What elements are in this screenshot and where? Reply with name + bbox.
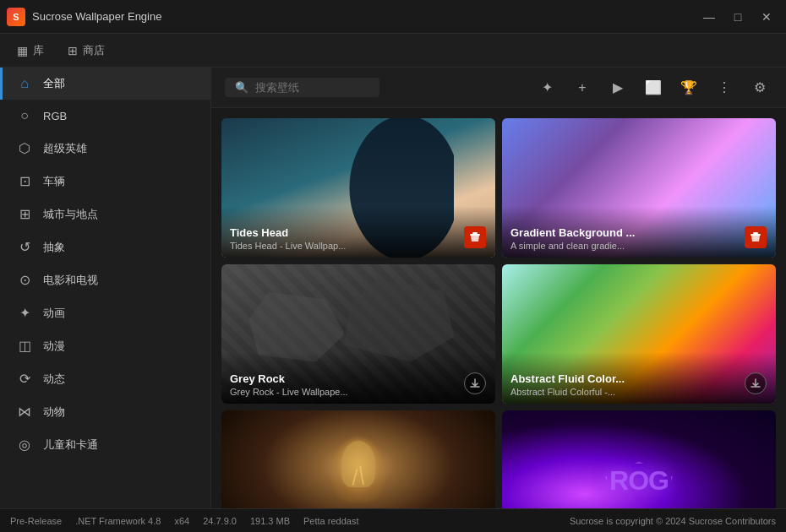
sidebar-label-abstract: 抽象 (43, 240, 65, 255)
titlebar: S Sucrose Wallpaper Engine — □ ✕ (0, 0, 786, 34)
brightness-button[interactable]: ✦ (534, 75, 559, 100)
tab-shop[interactable]: ⊞ 商店 (64, 38, 108, 63)
statusbar-size: 191.3 MB (250, 516, 290, 526)
sidebar-item-abstract[interactable]: ↺ 抽象 (0, 231, 210, 263)
sidebar-item-movies[interactable]: ⊙ 电影和电视 (0, 263, 210, 296)
delete-icon-gradient (745, 226, 767, 248)
card-info-rock: Grey Rock Grey Rock - Live Wallpape... (221, 352, 495, 404)
app-logo: S (7, 8, 25, 26)
sidebar-item-rgb[interactable]: ○ RGB (0, 100, 210, 132)
sidebar-label-rgb: RGB (43, 110, 67, 122)
sidebar-label-superheroes: 超级英雄 (43, 141, 87, 156)
sidebar-label-cities: 城市与地点 (43, 207, 98, 222)
maximize-button[interactable]: □ (725, 7, 751, 27)
sidebar-item-all[interactable]: ⌂ 全部 (0, 68, 210, 100)
trophy-button[interactable]: 🏆 (676, 75, 701, 100)
card-title-gradient: Gradient Background ... (510, 226, 767, 239)
anime2-icon: ✦ (16, 305, 33, 321)
sidebar-item-cities[interactable]: ⊞ 城市与地点 (0, 198, 210, 231)
dynamic-icon: ⟳ (16, 371, 33, 387)
sidebar-item-superheroes[interactable]: ⬡ 超级英雄 (0, 132, 210, 165)
kids-icon: ◎ (16, 437, 33, 453)
sidebar-item-manga[interactable]: ◫ 动漫 (0, 329, 210, 362)
svg-rect-1 (472, 232, 478, 234)
monitor-button[interactable]: ⬜ (641, 75, 666, 100)
svg-rect-2 (751, 234, 761, 236)
statusbar-arch: x64 (174, 516, 189, 526)
card-subtitle-tides: Tides Head - Live Wallpap... (230, 241, 487, 251)
tab-library[interactable]: ▦ 库 (14, 38, 47, 63)
sidebar-item-animals[interactable]: ⋈ 动物 (0, 395, 210, 428)
card-title-abstract: Abstract Fluid Color... (510, 372, 767, 385)
svg-rect-3 (753, 232, 758, 234)
statusbar-prerelease: Pre-Release (10, 516, 62, 526)
card-status-tides (463, 225, 487, 249)
close-button[interactable]: ✕ (754, 7, 779, 27)
statusbar-framework-label: .NET Framework 4.8 (75, 516, 161, 526)
wallpaper-card-tides-head[interactable]: Tides Head Tides Head - Live Wallpap... (221, 118, 495, 258)
statusbar-arch-label: x64 (174, 516, 189, 526)
statusbar-author: Petta reddast (303, 516, 358, 526)
card-info-abstract: Abstract Fluid Color... Abstract Fluid C… (502, 352, 776, 404)
rgb-icon: ○ (16, 108, 33, 123)
card-status-abstract (744, 372, 767, 395)
library-icon: ▦ (17, 44, 28, 57)
sidebar-item-kids[interactable]: ◎ 儿童和卡通 (0, 428, 210, 461)
sidebar-label-manga: 动漫 (43, 339, 65, 354)
statusbar-copyright-label: Sucrose is copyright © 2024 Sucrose Cont… (570, 516, 776, 526)
card-subtitle-abstract: Abstract Fluid Colorful -... (510, 387, 767, 397)
download-icon-abstract (745, 372, 767, 394)
play-button[interactable]: ▶ (605, 75, 630, 100)
wallpaper-card-abstract-fluid[interactable]: Abstract Fluid Color... Abstract Fluid C… (502, 264, 776, 404)
vehicles-icon: ⊡ (16, 173, 33, 189)
sidebar-label-kids: 儿童和卡通 (43, 437, 98, 453)
wallpaper-card-gradient-bg[interactable]: Gradient Background ... A simple and cle… (502, 118, 776, 258)
wallpaper-grid-scroll[interactable]: Tides Head Tides Head - Live Wallpap... (211, 108, 786, 508)
sidebar-label-movies: 电影和电视 (43, 273, 98, 288)
sidebar-label-dynamic: 动态 (43, 372, 65, 387)
toolbar: 🔍 ✦ + ▶ ⬜ 🏆 ⋮ ⚙ (211, 68, 786, 108)
card-status-rock (463, 372, 487, 395)
minimize-button[interactable]: — (696, 7, 722, 27)
content-area: 🔍 ✦ + ▶ ⬜ 🏆 ⋮ ⚙ Tides Head (211, 68, 786, 508)
animals-icon: ⋈ (16, 404, 33, 420)
manga-icon: ◫ (16, 338, 33, 354)
superheroes-icon: ⬡ (16, 140, 33, 156)
sidebar-label-all: 全部 (43, 76, 65, 91)
sidebar-item-vehicles[interactable]: ⊡ 车辆 (0, 165, 210, 198)
add-button[interactable]: + (570, 75, 595, 100)
statusbar-version: 24.7.9.0 (203, 516, 237, 526)
cities-icon: ⊞ (16, 206, 33, 222)
search-input[interactable] (255, 81, 369, 94)
wallpaper-grid: Tides Head Tides Head - Live Wallpap... (221, 118, 776, 508)
statusbar-copyright: Sucrose is copyright © 2024 Sucrose Cont… (570, 516, 776, 526)
card-subtitle-gradient: A simple and clean gradie... (510, 241, 767, 251)
sidebar-label-animals: 动物 (43, 404, 65, 420)
statusbar-version-label: 24.7.9.0 (203, 516, 237, 526)
window-controls: — □ ✕ (696, 7, 779, 27)
tab-shop-label: 商店 (83, 43, 105, 58)
movies-icon: ⊙ (16, 272, 33, 288)
sidebar-item-anime2[interactable]: ✦ 动画 (0, 296, 210, 329)
sidebar: ⌂ 全部 ○ RGB ⬡ 超级英雄 ⊡ 车辆 ⊞ 城市与地点 ↺ 抽象 ⊙ 电影… (0, 68, 211, 508)
settings-button[interactable]: ⚙ (747, 75, 772, 100)
search-box[interactable]: 🔍 (225, 78, 379, 97)
search-icon: 🔍 (235, 81, 248, 94)
wallpaper-card-rog-2024[interactable]: ROG ROG 2024 〜 (502, 410, 776, 508)
statusbar-prerelease-label: Pre-Release (10, 516, 62, 526)
wallpaper-card-grey-rock[interactable]: Grey Rock Grey Rock - Live Wallpape... (221, 264, 495, 404)
more-button[interactable]: ⋮ (712, 75, 737, 100)
sidebar-label-vehicles: 车辆 (43, 174, 65, 189)
main-layout: ⌂ 全部 ○ RGB ⬡ 超级英雄 ⊡ 车辆 ⊞ 城市与地点 ↺ 抽象 ⊙ 电影… (0, 68, 786, 508)
statusbar: Pre-Release .NET Framework 4.8 x64 24.7.… (0, 508, 786, 532)
svg-rect-0 (470, 234, 480, 236)
card-title-rock: Grey Rock (230, 372, 487, 385)
bulb-shape (341, 441, 375, 487)
abstract-icon: ↺ (16, 239, 33, 255)
shop-icon: ⊞ (68, 44, 78, 57)
wallpaper-card-bulb[interactable]: Bulb 〜 (221, 410, 495, 508)
sidebar-item-dynamic[interactable]: ⟳ 动态 (0, 362, 210, 395)
sidebar-label-anime2: 动画 (43, 306, 65, 321)
delete-icon (464, 226, 486, 248)
download-icon-rock (464, 372, 486, 394)
